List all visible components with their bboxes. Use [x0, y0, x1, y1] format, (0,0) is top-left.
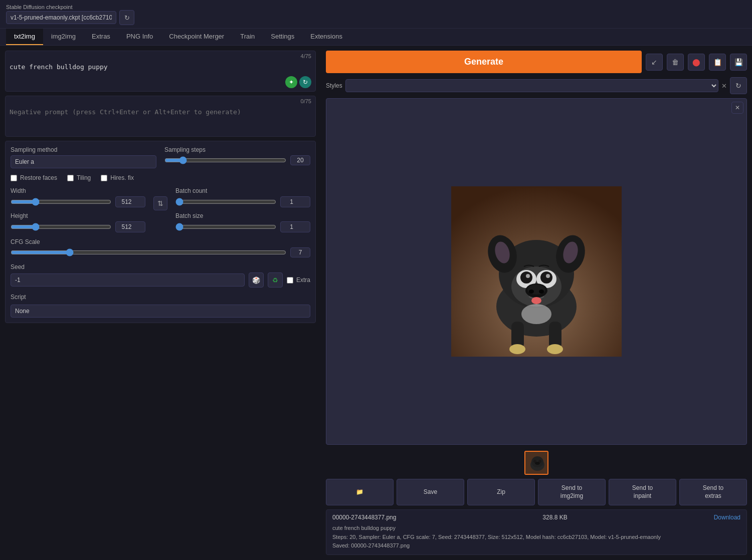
width-input-row [11, 196, 145, 207]
batch-size-input[interactable] [280, 221, 310, 232]
seed-input[interactable] [11, 273, 245, 287]
svg-point-16 [540, 271, 552, 284]
prompt-icon-btn-2[interactable]: ↻ [299, 76, 311, 88]
positive-prompt-input[interactable]: cute french bulldog puppy [6, 51, 315, 90]
tab-txt2img[interactable]: txt2img [6, 29, 43, 45]
sampling-row: Sampling method Euler a Sampling steps 2… [11, 146, 310, 168]
negative-prompt-section: 0/75 [5, 96, 316, 137]
styles-select[interactable] [345, 79, 718, 92]
left-panel: 4/75 cute french bulldog puppy ✦ ↻ 0/75 … [0, 46, 321, 560]
info-filename: 00000-2743448377.png [332, 514, 396, 521]
batch-col: Batch count Batch size [175, 187, 310, 232]
batch-count-group: Batch count [175, 187, 310, 207]
width-slider[interactable] [11, 198, 111, 206]
generate-button[interactable]: Generate [326, 51, 642, 73]
toolbar-btn-interrupt[interactable]: ⬤ [688, 54, 705, 71]
batch-size-slider[interactable] [175, 223, 276, 231]
seed-recycle-button[interactable]: ♻ [268, 272, 283, 288]
tiling-input[interactable] [67, 175, 74, 181]
save-button[interactable]: Save [397, 479, 464, 505]
seed-extra-input[interactable] [287, 277, 293, 284]
refresh-checkpoint-button[interactable]: ↻ [119, 10, 134, 25]
width-input[interactable] [115, 196, 145, 207]
generated-image [451, 186, 622, 357]
positive-prompt-counter: 4/75 [301, 53, 311, 59]
tab-train[interactable]: Train [232, 29, 263, 45]
prompt-icon-btn-1[interactable]: ✦ [285, 76, 297, 88]
svg-point-24 [521, 304, 551, 324]
image-close-button[interactable]: ✕ [731, 102, 743, 114]
tab-img2img[interactable]: img2img [43, 29, 84, 45]
hires-fix-input[interactable] [101, 175, 107, 181]
tab-extensions[interactable]: Extensions [302, 29, 350, 45]
cfg-scale-slider[interactable] [11, 248, 286, 256]
image-display-area: ✕ [326, 98, 747, 445]
info-prompt: cute french bulldog puppy [332, 525, 396, 531]
svg-point-17 [526, 274, 530, 278]
seed-random-button[interactable]: 🎲 [249, 272, 264, 288]
thumbnail-1[interactable] [524, 451, 548, 475]
tab-checkpoint-merger[interactable]: Checkpoint Merger [161, 29, 232, 45]
seed-group: Seed 🎲 ♻ Extra [11, 263, 310, 288]
height-group: Height [11, 212, 145, 232]
cfg-scale-value: 7 [290, 247, 310, 257]
svg-point-15 [520, 271, 532, 284]
cfg-scale-label: CFG Scale [11, 238, 310, 245]
sampling-steps-label: Sampling steps [164, 146, 310, 153]
batch-count-slider[interactable] [175, 198, 276, 206]
tab-settings[interactable]: Settings [263, 29, 302, 45]
batch-size-group: Batch size [175, 212, 310, 232]
checkpoint-select-wrap: v1-5-pruned-emaonly.ckpt [cc6cb27103] ↻ [6, 10, 134, 25]
send-to-inpaint-button[interactable]: Send toinpaint [609, 479, 676, 505]
sampling-method-label: Sampling method [11, 146, 156, 153]
svg-point-5 [509, 344, 525, 354]
restore-faces-input[interactable] [11, 175, 17, 181]
download-link[interactable]: Download [714, 514, 740, 521]
hires-fix-checkbox[interactable]: Hires. fix [101, 174, 134, 181]
sampling-steps-slider-wrap: 20 [164, 155, 310, 165]
main-layout: 4/75 cute french bulldog puppy ✦ ↻ 0/75 … [0, 46, 752, 560]
info-filesize: 328.8 KB [542, 514, 567, 521]
tab-extras[interactable]: Extras [84, 29, 118, 45]
batch-size-row [175, 221, 310, 232]
batch-count-input[interactable] [280, 196, 310, 207]
batch-size-label: Batch size [175, 212, 310, 219]
tab-png-info[interactable]: PNG Info [118, 29, 161, 45]
hires-fix-label: Hires. fix [110, 174, 134, 181]
swap-dimensions-button[interactable]: ⇅ [153, 196, 167, 210]
toolbar-btn-copy[interactable]: 📋 [709, 54, 726, 71]
sampling-method-select[interactable]: Euler a [11, 155, 156, 168]
sampling-method-group: Sampling method Euler a [11, 146, 156, 168]
send-to-img2img-button[interactable]: Send toimg2img [538, 479, 606, 505]
tiling-checkbox[interactable]: Tiling [67, 174, 91, 181]
styles-row: Styles ✕ ↻ [326, 77, 747, 94]
action-buttons: 📁 Save Zip Send toimg2img Send toinpaint… [326, 479, 747, 505]
svg-point-21 [529, 290, 534, 294]
checkboxes-row: Restore faces Tiling Hires. fix [11, 174, 310, 181]
styles-refresh-button[interactable]: ↻ [730, 77, 747, 94]
seed-extra-checkbox[interactable]: Extra [287, 276, 310, 284]
sampling-steps-slider[interactable] [164, 156, 286, 164]
send-to-extras-button[interactable]: Send toextras [679, 479, 747, 505]
height-input[interactable] [115, 221, 145, 232]
svg-point-6 [547, 344, 563, 354]
toolbar-btn-arrows[interactable]: ↙ [646, 54, 663, 71]
checkpoint-section: Stable Diffusion checkpoint v1-5-pruned-… [6, 4, 134, 25]
toolbar-btn-trash[interactable]: 🗑 [667, 54, 684, 71]
styles-label: Styles [326, 82, 342, 89]
negative-prompt-input[interactable] [6, 96, 315, 135]
checkpoint-select[interactable]: v1-5-pruned-emaonly.ckpt [cc6cb27103] [6, 11, 116, 24]
script-select[interactable]: None [11, 305, 310, 318]
toolbar-btn-save[interactable]: 💾 [730, 54, 747, 71]
top-bar: Stable Diffusion checkpoint v1-5-pruned-… [0, 0, 752, 29]
restore-faces-label: Restore faces [20, 174, 57, 181]
svg-point-18 [546, 274, 550, 278]
zip-button[interactable]: Zip [467, 479, 535, 505]
height-slider[interactable] [11, 223, 111, 231]
checkpoint-label: Stable Diffusion checkpoint [6, 4, 132, 10]
width-height-col: Width Height [11, 187, 145, 232]
restore-faces-checkbox[interactable]: Restore faces [11, 174, 57, 181]
open-folder-button[interactable]: 📁 [326, 479, 394, 505]
styles-clear-button[interactable]: ✕ [721, 82, 727, 90]
script-label: Script [11, 294, 310, 301]
